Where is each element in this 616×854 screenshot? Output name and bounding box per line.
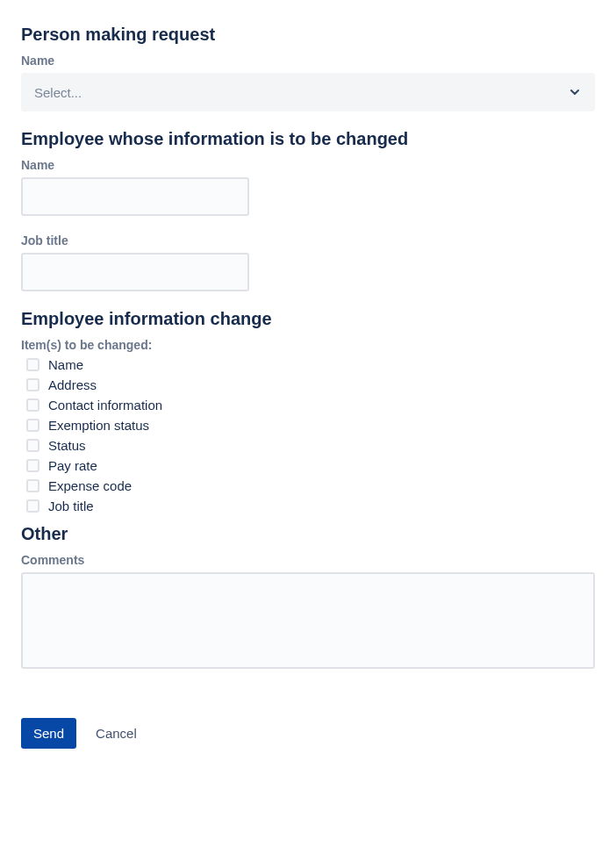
requester-name-label: Name [21,54,595,68]
employee-name-input[interactable] [21,177,249,216]
chevron-down-icon [568,85,582,99]
checkbox-address[interactable] [26,378,39,391]
checkbox-label[interactable]: Job title [48,499,94,513]
send-button[interactable]: Send [21,718,76,749]
employee-job-title-input[interactable] [21,253,249,291]
list-item: Pay rate [26,458,595,473]
requester-select-placeholder: Select... [34,85,82,100]
checkbox-label[interactable]: Contact information [48,398,162,413]
comments-label: Comments [21,553,595,567]
checkbox-pay-rate[interactable] [26,459,39,472]
other-heading: Other [21,524,595,544]
change-items-list: Name Address Contact information Exempti… [21,357,595,513]
checkbox-exemption-status[interactable] [26,419,39,432]
checkbox-job-title[interactable] [26,499,39,513]
comments-textarea[interactable] [21,572,595,669]
list-item: Job title [26,499,595,513]
cancel-button[interactable]: Cancel [92,718,140,749]
form-actions: Send Cancel [21,718,595,749]
checkbox-label[interactable]: Address [48,377,97,392]
employee-heading: Employee whose information is to be chan… [21,129,595,149]
checkbox-label[interactable]: Expense code [48,478,132,493]
checkbox-contact-information[interactable] [26,398,39,412]
list-item: Status [26,438,595,453]
list-item: Name [26,357,595,372]
checkbox-label[interactable]: Exemption status [48,418,149,433]
list-item: Address [26,377,595,392]
checkbox-expense-code[interactable] [26,479,39,492]
list-item: Expense code [26,478,595,493]
list-item: Contact information [26,398,595,413]
checkbox-status[interactable] [26,439,39,452]
requester-heading: Person making request [21,25,595,45]
list-item: Exemption status [26,418,595,433]
requester-name-select[interactable]: Select... [21,73,595,111]
checkbox-label[interactable]: Status [48,438,86,453]
checkbox-label[interactable]: Pay rate [48,458,97,473]
checkbox-label[interactable]: Name [48,357,83,372]
change-heading: Employee information change [21,309,595,329]
employee-job-title-label: Job title [21,233,595,248]
items-to-change-label: Item(s) to be changed: [21,338,595,352]
checkbox-name[interactable] [26,358,39,371]
employee-name-label: Name [21,158,595,172]
